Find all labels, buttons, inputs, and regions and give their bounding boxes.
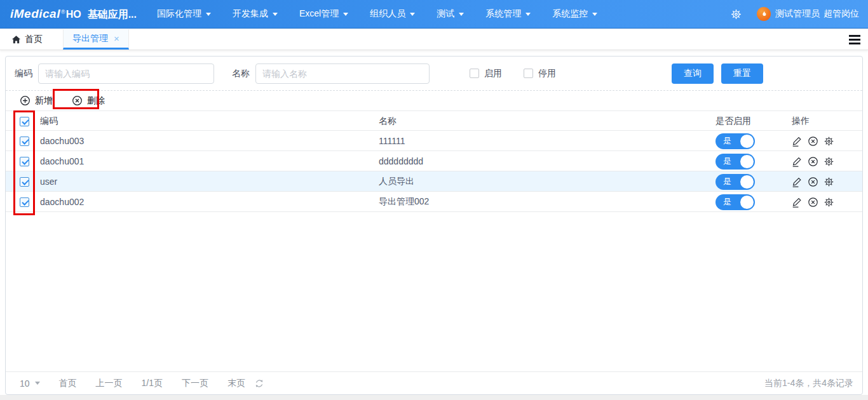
- disable-checkbox-group[interactable]: 停用: [524, 68, 556, 79]
- settings-gear-icon[interactable]: [731, 9, 742, 20]
- page-indicator: 1/1页: [142, 378, 163, 389]
- edit-pencil-icon[interactable]: [792, 177, 803, 187]
- edit-pencil-icon[interactable]: [792, 156, 803, 167]
- user-name: 测试管理员: [775, 8, 820, 18]
- pagination-bar: 10 首页 上一页 1/1页 下一页 末页 当前1-4条，共4条记录: [6, 371, 862, 394]
- row-checkbox[interactable]: [20, 137, 29, 146]
- chevron-down-icon: [410, 13, 415, 16]
- hamburger-menu-icon[interactable]: [849, 29, 860, 50]
- nav-item-i18n[interactable]: 国际化管理: [157, 8, 211, 20]
- name-label: 名称: [232, 68, 250, 79]
- cell-name: 导出管理002: [379, 192, 429, 212]
- add-button-label: 新增: [35, 95, 53, 107]
- app-logo: iMedical ® HO 基础应用...: [10, 7, 137, 22]
- edit-pencil-icon[interactable]: [792, 136, 803, 147]
- table-row[interactable]: daochu003 111111 是: [6, 131, 862, 151]
- next-page-button[interactable]: 下一页: [182, 378, 208, 389]
- enabled-toggle[interactable]: 是: [715, 194, 755, 210]
- chevron-down-icon: [526, 13, 531, 16]
- main-menu: 国际化管理 开发集成 Excel管理 组织人员 测试 系统管理 系统监控: [157, 8, 619, 20]
- content-panel: 编码 名称 启用 停用 查询 重置 新增 删除: [5, 56, 863, 395]
- page-size-select[interactable]: 10: [20, 378, 40, 389]
- tab-home-label: 首页: [25, 34, 43, 45]
- config-gear-icon[interactable]: [824, 136, 834, 147]
- tab-export-management[interactable]: 导出管理 ×: [63, 29, 129, 50]
- reset-button[interactable]: 重置: [721, 63, 763, 84]
- config-gear-icon[interactable]: [824, 177, 834, 187]
- logo-brand: iMedical: [10, 7, 60, 21]
- chevron-down-icon: [592, 13, 597, 16]
- chevron-down-icon: [206, 13, 211, 16]
- name-input[interactable]: [255, 63, 430, 84]
- code-input[interactable]: [38, 63, 214, 84]
- config-gear-icon[interactable]: [824, 197, 834, 208]
- cell-code: daochu003: [40, 131, 84, 151]
- toggle-knob: [740, 155, 754, 168]
- toggle-knob: [740, 175, 754, 189]
- enabled-toggle[interactable]: 是: [715, 133, 755, 149]
- chevron-down-icon: [273, 13, 278, 16]
- flame-badge-icon[interactable]: [757, 7, 771, 21]
- select-all-checkbox[interactable]: [20, 117, 29, 126]
- delete-row-icon[interactable]: [808, 177, 818, 187]
- logo-suffix: HO: [66, 9, 81, 20]
- tab-home[interactable]: 首页: [0, 29, 54, 50]
- toggle-knob: [740, 135, 754, 148]
- top-right-cluster: 测试管理员超管岗位: [731, 7, 859, 21]
- nav-item-dev-integration[interactable]: 开发集成: [233, 8, 278, 20]
- user-role: 超管岗位: [824, 8, 859, 18]
- page-bottom-strip: [0, 395, 868, 400]
- delete-button-label: 删除: [87, 95, 105, 107]
- chevron-down-icon: [459, 13, 464, 16]
- enable-checkbox-group[interactable]: 启用: [470, 68, 502, 79]
- nav-item-system-monitor[interactable]: 系统监控: [552, 8, 597, 20]
- edit-pencil-icon[interactable]: [792, 197, 803, 208]
- table-row[interactable]: daochu001 ddddddddd 是: [6, 151, 862, 171]
- header-code: 编码: [40, 111, 58, 131]
- nav-item-excel[interactable]: Excel管理: [299, 8, 348, 20]
- current-user[interactable]: 测试管理员超管岗位: [775, 8, 859, 20]
- header-name: 名称: [379, 111, 397, 131]
- cell-code: daochu002: [40, 192, 84, 212]
- delete-row-icon[interactable]: [808, 156, 818, 167]
- enabled-toggle[interactable]: 是: [715, 174, 755, 190]
- row-checkbox[interactable]: [20, 177, 29, 187]
- config-gear-icon[interactable]: [824, 156, 834, 167]
- row-checkbox[interactable]: [20, 157, 29, 166]
- enabled-toggle[interactable]: 是: [715, 154, 755, 170]
- refresh-icon[interactable]: [254, 378, 264, 389]
- record-summary: 当前1-4条，共4条记录: [764, 378, 853, 389]
- code-label: 编码: [15, 68, 32, 79]
- delete-button[interactable]: 删除: [72, 95, 105, 107]
- plus-circle-icon: [20, 95, 31, 106]
- registered-mark: ®: [61, 9, 65, 15]
- table-row[interactable]: user 人员导出 是: [6, 171, 862, 192]
- nav-item-system-mgmt[interactable]: 系统管理: [485, 8, 531, 20]
- enable-label: 启用: [484, 68, 502, 79]
- last-page-button[interactable]: 末页: [227, 378, 245, 389]
- header-enabled: 是否启用: [715, 111, 751, 131]
- nav-item-org-people[interactable]: 组织人员: [370, 8, 415, 20]
- row-checkbox[interactable]: [20, 197, 29, 207]
- header-actions: 操作: [792, 111, 810, 131]
- first-page-button[interactable]: 首页: [59, 378, 77, 389]
- enable-checkbox[interactable]: [470, 69, 479, 78]
- query-button[interactable]: 查询: [672, 63, 714, 84]
- add-button[interactable]: 新增: [20, 95, 53, 107]
- cell-name: 111111: [379, 131, 405, 151]
- prev-page-button[interactable]: 上一页: [96, 378, 123, 389]
- x-circle-icon: [72, 95, 83, 106]
- tab-label: 导出管理: [72, 33, 108, 44]
- chevron-down-icon: [35, 382, 40, 385]
- home-icon: [11, 35, 21, 44]
- top-navigation-bar: iMedical ® HO 基础应用... 国际化管理 开发集成 Excel管理…: [0, 0, 868, 29]
- table-row[interactable]: daochu002 导出管理002 是: [6, 192, 862, 212]
- disable-checkbox[interactable]: [524, 69, 533, 78]
- delete-row-icon[interactable]: [808, 136, 818, 147]
- search-form: 编码 名称 启用 停用 查询 重置: [6, 57, 862, 91]
- nav-item-test[interactable]: 测试: [437, 8, 464, 20]
- cell-code: user: [40, 171, 57, 192]
- close-icon[interactable]: ×: [114, 34, 119, 43]
- delete-row-icon[interactable]: [808, 197, 818, 208]
- disable-label: 停用: [538, 68, 556, 79]
